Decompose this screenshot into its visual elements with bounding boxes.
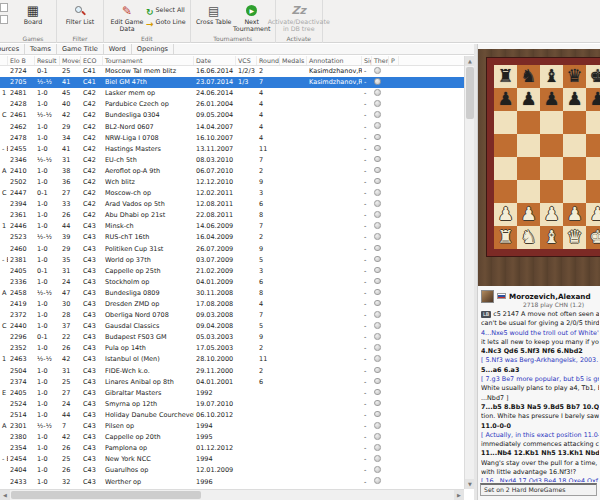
column-header-Medals[interactable]: Medals <box>280 56 307 65</box>
column-header-ECO[interactable]: ECO <box>81 56 103 65</box>
game-row[interactable]: 24050-131C43Cappelle op 25th21.02.20093- <box>0 266 464 277</box>
scroll-left-icon[interactable]: ◀ <box>0 490 10 500</box>
game-row[interactable]: 24331-032C43Werther op1996- <box>0 476 464 487</box>
cross-table-button[interactable]: ▤Cross Table <box>195 2 233 26</box>
column-header-Date[interactable]: Date <box>194 56 236 65</box>
vertical-scroll-thumb[interactable] <box>466 67 474 119</box>
game-row[interactable]: 23361-024C43Stockholm op04.01.20096- <box>0 277 464 288</box>
game-list-header[interactable]: Elo BResultMovesECOTournamentDateVCSRoun… <box>0 56 464 66</box>
column-header-Tournament[interactable]: Tournament <box>103 56 194 65</box>
clipped-spinner-top[interactable] <box>0 3 8 12</box>
game-row[interactable]: - E24541-025C43New York NCC1994- <box>0 454 464 465</box>
game-row[interactable]: 23541-026C43Pamplona op01.12.2012- <box>0 443 464 454</box>
game-row[interactable]: 24281-040C42Pardubice Czech op26.01.2004… <box>0 99 464 110</box>
tab-sources[interactable]: Sources <box>0 44 25 54</box>
cell <box>307 321 362 332</box>
game-row[interactable]: 2523½-½39C43RUS-chT 16th16.04.20092- <box>0 232 464 243</box>
notation-move-line[interactable]: [ 7.g3 Be7 more popular, but b5 is great… <box>481 375 599 384</box>
activate-deactivate-in-db-tree-button[interactable]: ZzActivate/Deactivate in DB tree <box>280 2 318 33</box>
goto-line-button[interactable]: →Goto Line <box>146 16 186 27</box>
tab-openings[interactable]: Openings <box>132 44 174 54</box>
cell <box>257 399 280 410</box>
horizontal-scrollbar[interactable]: ◀ ▶ <box>0 489 464 500</box>
tab-game-title[interactable]: Game Title <box>57 44 104 54</box>
game-row[interactable]: 2346½-½31C42EU-ch 5th08.03.20107- <box>0 155 464 166</box>
game-row[interactable]: - E23811-035C43World op 37th03.07.20095- <box>0 255 464 266</box>
game-row[interactable]: 24041-026C43Guarulhos op12.01.2009- <box>0 465 464 476</box>
game-row[interactable]: 23521-026C43Pula op 14th17.05.20032- <box>0 343 464 354</box>
column-header-Annotation[interactable]: Annotation <box>307 56 362 65</box>
signature-cell: - <box>362 299 372 310</box>
next-tournament-button[interactable]: ▶Next Tournament <box>233 2 271 33</box>
cell <box>236 343 257 354</box>
cell: 11 <box>257 354 280 365</box>
p-cell <box>389 354 399 365</box>
game-row[interactable]: C 124401-037C43Gausdal Classics09.04.200… <box>0 321 464 332</box>
game-row[interactable]: 22960-122C43Budapest FS03 GM05.03.20039- <box>0 332 464 343</box>
column-header-P[interactable]: P <box>389 56 399 65</box>
preview-footer[interactable]: Set on 2 Hard MoreGames <box>480 483 597 496</box>
game-row[interactable]: A 82458½-½47C43Bundesliga 080930.11.2008… <box>0 288 464 299</box>
black-piece: ♟ <box>563 88 586 111</box>
column-header-Round[interactable]: Round <box>257 56 280 65</box>
filter-list-button[interactable]: Filter List <box>61 2 99 26</box>
clipped-controls <box>0 0 10 42</box>
cell <box>0 432 8 443</box>
game-row[interactable]: 25241-024C43Smyrna op 12th19.07.2010- <box>0 399 464 410</box>
notation-move-line[interactable]: 7...b5 8.Bb3 Na5 9.Bd5 Bb7 10.Qe2 N <box>481 403 599 412</box>
game-row[interactable]: 23611-026C42Abu Dhabi op 21st22.08.20118… <box>0 210 464 221</box>
edit-game-data-button[interactable]: ✎Edit Game Data <box>108 2 146 33</box>
game-row[interactable]: 25041-031C43FIDE-Wch k.o.29.11.20002- <box>0 366 464 377</box>
game-row[interactable]: 25021-036C42Wch blitz12.12.20109- <box>0 177 464 188</box>
notation-move-line[interactable]: 11...Nb4 12.Kb1 Nh5 13.Kh1 Nbd7 14. <box>481 449 599 458</box>
game-row[interactable]: 1 E24811-045C42Lasker mem op24.06.20144- <box>0 88 464 99</box>
scroll-right-icon[interactable]: ▶ <box>454 490 464 500</box>
notation-move-line[interactable]: 4.Nc3 Qd6 5.Nf3 Nf6 6.Nbd2 <box>481 347 599 356</box>
notation-move-line[interactable]: [ 16...Nxd4 17.Qd3 Be4 18.Qxe4 Qxf <box>481 477 599 482</box>
game-row[interactable]: 23721-028C43Oberliga Nord 070809.03.2008… <box>0 310 464 321</box>
game-row[interactable]: C 12461½-½42C42Bundesliga 030409.05.2004… <box>0 110 464 121</box>
cell: 2380 <box>8 432 35 443</box>
p-cell <box>389 133 399 144</box>
game-row[interactable]: E24051-027C43Gibraltar Masters1992- <box>0 388 464 399</box>
game-row[interactable]: A 1524101-038C42Aeroflot op-A 9th06.07.2… <box>0 166 464 177</box>
column-header-Moves[interactable]: Moves <box>60 56 81 65</box>
board-button[interactable]: ▦Board <box>14 2 52 26</box>
game-row[interactable]: 23801-042C43Cappelle op 20th1995- <box>0 432 464 443</box>
notation-move-line[interactable]: 4...Nxe5 would the troll out of White's … <box>481 329 599 338</box>
game-row[interactable]: C 124470-127C42Moscow-ch op12.02.20113- <box>0 188 464 199</box>
chess-board[interactable]: ♜♞♝♛♚♝♞♜♟♟♟♟♟♟♟♟♟♟♟♟♟♟♟♟♜♞♝♛♚♝♞♜ <box>487 58 600 256</box>
notation-move-line[interactable]: [ 5.Nf3 was Berg-Arkhangelsk, 2003. From… <box>481 356 599 365</box>
column-header-VCS[interactable]: VCS <box>236 56 257 65</box>
game-row[interactable]: 1 E24461-044C43Minsk-ch14.06.20097- <box>0 221 464 232</box>
game-row[interactable]: A 152301½-½7C43Pilsen op1994- <box>0 421 464 432</box>
column-header-Elo B[interactable]: Elo B <box>8 56 35 65</box>
column-header-Them[interactable]: Them <box>372 56 389 65</box>
column-header-Sig[interactable]: Sig <box>362 56 372 65</box>
vertical-scrollbar[interactable]: ▲ ▼ <box>464 56 474 489</box>
game-row[interactable]: 23941-033C42Arad Vados op 5th12.08.20116… <box>0 199 464 210</box>
game-row[interactable]: 24601-029C43Politiken Cup 31st26.07.2009… <box>0 244 464 255</box>
column-header-blank[interactable] <box>0 56 8 65</box>
game-row[interactable]: 2705½-½41C41Biel GM 47th23.07.20141/37Ka… <box>0 77 464 88</box>
notation-move-line[interactable]: 11.0-0-0 <box>481 422 599 431</box>
game-row[interactable]: 24781-034C42NRW-Liga I 070816.10.20074- <box>0 133 464 144</box>
notation-move-line[interactable]: [ Actually, in this exact position 11.0-… <box>481 431 599 440</box>
horizontal-scroll-thumb[interactable] <box>11 491 201 499</box>
game-row[interactable]: 25141-044C43Holiday Danube Courchevel06.… <box>0 410 464 421</box>
game-row[interactable]: - E24551-041C42Hastings Masters13.11.200… <box>0 144 464 155</box>
column-header-Result[interactable]: Result <box>35 56 60 65</box>
signature-cell: - <box>362 354 372 365</box>
game-row[interactable]: 27240-125C41Moscow Tal mem blitz16.06.20… <box>0 66 464 77</box>
tab-teams[interactable]: Teams <box>25 44 57 54</box>
game-row[interactable]: 1 E2463½-½42C43Istanbul ol (Men)28.10.20… <box>0 354 464 365</box>
p-cell <box>389 177 399 188</box>
game-row[interactable]: 23741-025C43Linares Anibal op 8th04.01.2… <box>0 377 464 388</box>
tab-word[interactable]: Word <box>104 44 132 54</box>
cell: C43 <box>81 288 103 299</box>
game-row[interactable]: 24191-030C43Dresden ZMD op17.08.20084- <box>0 299 464 310</box>
clipped-spinner-bottom[interactable] <box>0 15 8 24</box>
notation-move-line[interactable]: 5...a6 6.a3 <box>481 366 599 375</box>
cell <box>257 465 280 476</box>
game-row[interactable]: 24621-029C42BL2-Nord 060714.04.20074- <box>0 121 464 132</box>
